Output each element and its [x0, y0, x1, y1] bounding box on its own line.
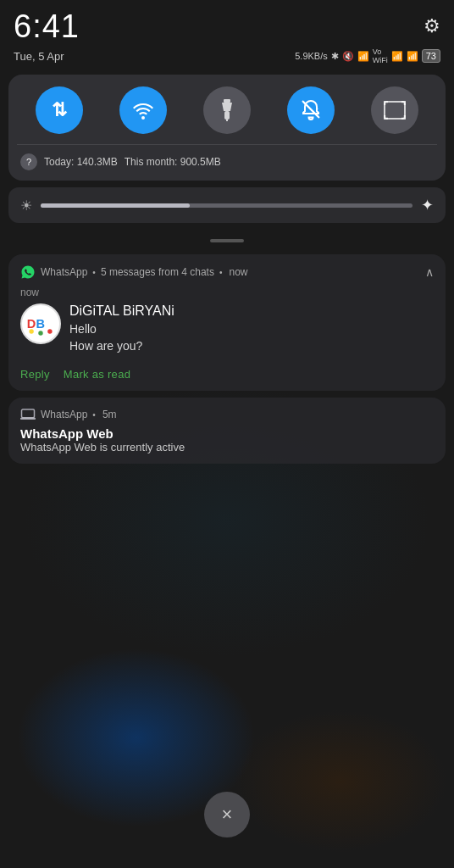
silent-icon: 🔇 [342, 51, 354, 62]
svg-rect-0 [224, 99, 230, 103]
battery-indicator: 73 [422, 49, 440, 63]
status-bar-info: Tue, 5 Apr 5.9KB/s ✱ 🔇 📶 VoWiFi 📶 📶 73 [0, 46, 454, 71]
laptop-icon [20, 408, 36, 421]
clock: 6:41 [14, 10, 80, 42]
screenshot-icon [384, 101, 406, 120]
notif-summary: 5 messages from 4 chats [101, 266, 214, 278]
gear-icon[interactable]: ⚙ [424, 15, 440, 37]
expand-icon[interactable]: ∧ [425, 265, 434, 279]
notif-web-message: WhatsApp Web is currently active [20, 441, 434, 453]
svg-point-11 [47, 329, 52, 333]
data-usage-icon: ? [20, 153, 37, 170]
signal-icon-2: 📶 [391, 51, 403, 62]
svg-text:B: B [36, 317, 46, 331]
whatsapp-notification-card[interactable]: WhatsApp • 5 messages from 4 chats • now… [8, 254, 446, 391]
bell-slash-icon [301, 99, 321, 121]
brightness-low-icon: ☀ [20, 198, 32, 214]
quick-settings-buttons: ⇅ [17, 86, 437, 134]
drag-handle [0, 230, 454, 248]
sender-name: DiGiTAL BiRYANi [69, 303, 434, 319]
svg-rect-4 [385, 102, 405, 119]
message-line-2: How are you? [69, 338, 434, 355]
mobile-data-toggle[interactable]: ⇅ [36, 86, 83, 134]
svg-rect-5 [210, 239, 244, 242]
date-label: Tue, 5 Apr [14, 50, 64, 63]
brightness-track[interactable] [41, 203, 412, 208]
wifi-icon [132, 101, 154, 120]
svg-text:D: D [27, 317, 36, 331]
data-today: Today: 140.3MB [44, 156, 118, 168]
notif-web-title: WhatsApp Web [20, 426, 434, 441]
message-line-1: Hello [69, 321, 434, 338]
notif-web-time: 5m [102, 409, 117, 420]
quick-settings-panel: ⇅ [8, 75, 446, 181]
notif-app-name: WhatsApp [41, 266, 87, 278]
volte-icon: VoWiFi [373, 47, 388, 64]
data-usage-row: ? Today: 140.3MB This month: 900.5MB [17, 144, 437, 170]
status-bar-top: 6:41 ⚙ [0, 0, 454, 46]
network-speed: 5.9KB/s [295, 51, 328, 61]
notif-sub-time: now [20, 287, 434, 298]
brightness-high-icon: ✦ [421, 196, 434, 214]
data-arrows-icon: ⇅ [52, 99, 67, 121]
reply-button[interactable]: Reply [20, 368, 50, 381]
svg-rect-1 [224, 111, 230, 120]
data-month: This month: 900.5MB [125, 156, 221, 168]
whatsapp-web-notification-card[interactable]: WhatsApp • 5m WhatsApp Web WhatsApp Web … [8, 398, 446, 464]
flashlight-toggle[interactable] [203, 86, 251, 134]
sender-avatar: D B [20, 303, 61, 344]
svg-rect-12 [22, 409, 35, 418]
notif-web-header: WhatsApp • 5m [20, 408, 434, 421]
mark-read-button[interactable]: Mark as read [64, 368, 130, 381]
svg-point-9 [29, 329, 33, 333]
notif-actions: Reply Mark as read [20, 363, 434, 381]
signal-icon: 📶 [357, 51, 369, 62]
torch-icon [218, 99, 236, 121]
dnd-toggle[interactable] [287, 86, 335, 134]
notif-message-row: D B DiGiTAL BiRYANi Hello How are you? [20, 303, 434, 354]
wifi-status-icon: 📶 [407, 51, 418, 62]
digital-biryani-logo: D B [24, 307, 58, 341]
status-icons: 5.9KB/s ✱ 🔇 📶 VoWiFi 📶 📶 73 [295, 47, 440, 64]
svg-rect-13 [20, 418, 36, 420]
screenshot-toggle[interactable] [371, 86, 418, 134]
notif-web-app-name: WhatsApp [41, 409, 87, 420]
close-button-area[interactable]: × [204, 792, 250, 837]
notif-text-block: DiGiTAL BiRYANi Hello How are you? [69, 303, 434, 354]
close-notifications-button[interactable]: × [204, 792, 250, 837]
brightness-bar[interactable]: ☀ ✦ [8, 187, 446, 223]
svg-point-10 [38, 331, 42, 335]
whatsapp-icon [20, 264, 36, 280]
wifi-toggle[interactable] [119, 86, 167, 134]
notif-header: WhatsApp • 5 messages from 4 chats • now… [20, 264, 434, 280]
bluetooth-icon: ✱ [331, 51, 339, 62]
notif-time: now [229, 266, 247, 278]
brightness-fill [41, 203, 190, 208]
